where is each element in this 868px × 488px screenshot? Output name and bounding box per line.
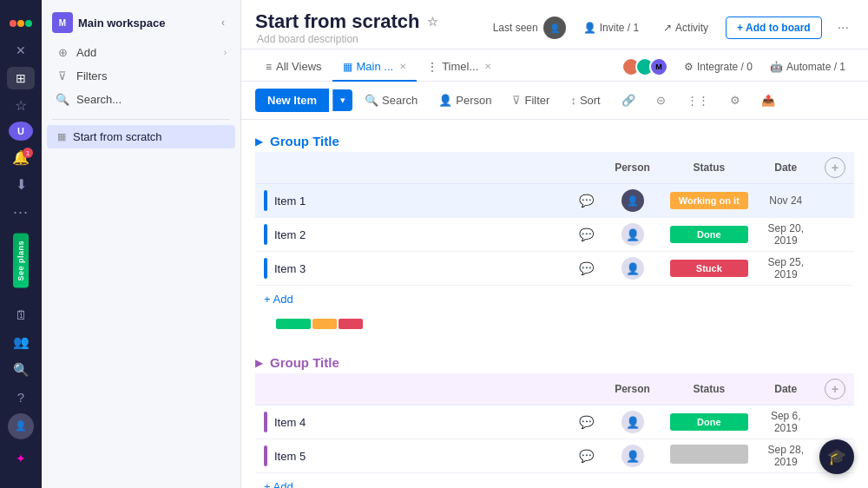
item-1-avatar[interactable]: 👤 (621, 189, 644, 212)
item-2-date-cell[interactable]: Sep 20, 2019 (756, 218, 816, 252)
item-2-status-badge[interactable]: Done (670, 226, 748, 243)
item-4-avatar[interactable]: 👤 (621, 411, 644, 433)
search-toolbar-button[interactable]: 🔍 Search (356, 89, 426, 111)
add-item-button-1[interactable]: + Add (264, 293, 293, 306)
item-2-status-cell[interactable]: Done (662, 218, 756, 252)
item-5-comment-icon[interactable]: 💬 (579, 449, 594, 463)
more-toolbar-button[interactable]: ⋮⋮ (678, 89, 718, 111)
col-add-header[interactable]: + (816, 152, 854, 184)
magic-icon[interactable]: ✦ (7, 445, 35, 472)
item-3-status-badge[interactable]: Stuck (670, 260, 748, 277)
search-nav-icon[interactable]: 🔍 (7, 359, 35, 381)
board-star-icon[interactable]: ☆ (427, 15, 438, 29)
logo-icon[interactable] (7, 9, 35, 31)
sidebar-item-start-from-scratch[interactable]: ▦ Start from scratch (47, 125, 235, 148)
tab-timeline[interactable]: ⋮ Timel... ✕ (417, 53, 502, 82)
settings-toolbar-icon: ⚙ (730, 94, 740, 107)
item-2-person-cell: 👤 (602, 218, 662, 252)
profile-avatar[interactable]: 👤 (8, 413, 34, 439)
item-4-status-cell[interactable]: Done (662, 406, 756, 439)
group-1: ▶ Group Title Person Status Date + (255, 134, 854, 334)
last-seen-avatar: 👤 (543, 16, 566, 39)
activity-chart-icon: ↗ (663, 22, 672, 34)
add-action[interactable]: ⊕ Add › (49, 42, 233, 63)
person-toolbar-label: Person (456, 94, 491, 107)
item-4-date-cell[interactable]: Sep 6, 2019 (756, 406, 816, 439)
item-1-status-cell[interactable]: Working on it (662, 184, 756, 218)
new-item-dropdown[interactable]: ▾ (332, 89, 352, 111)
close-sidebar-icon[interactable]: ✕ (7, 40, 35, 63)
filters-action[interactable]: ⊽ Filters (49, 65, 233, 87)
col-add-header-2[interactable]: + (816, 373, 854, 406)
item-2-comment-icon[interactable]: 💬 (579, 228, 594, 241)
new-item-button[interactable]: New Item (255, 89, 329, 112)
item-1-status-badge[interactable]: Working on it (670, 192, 748, 209)
item-5-status-badge[interactable] (670, 445, 748, 464)
automate-button[interactable]: 🤖 Automate / 1 (761, 56, 854, 78)
integrate-button[interactable]: ⚙ Integrate / 0 (675, 56, 761, 78)
item-3-extra (816, 252, 854, 286)
item-1-comment-icon[interactable]: 💬 (579, 194, 594, 208)
add-item-button-2[interactable]: + Add (264, 480, 293, 488)
export-toolbar-button[interactable]: 📤 (753, 89, 784, 111)
invite-button[interactable]: 👤 Invite / 1 (576, 18, 646, 37)
group-2-title[interactable]: Group Title (270, 355, 339, 370)
board-subtitle[interactable]: Add board description (257, 33, 483, 45)
search-action[interactable]: 🔍 Search... (49, 89, 233, 110)
filter-icon: ⊽ (56, 69, 69, 82)
sidebar-toggle-button[interactable]: ‹ (214, 14, 232, 31)
item-1-date-cell[interactable]: Nov 24 (756, 184, 816, 218)
item-3-comment-icon[interactable]: 💬 (579, 261, 594, 275)
invite-label: Invite / 1 (600, 22, 639, 34)
item-4-comment-icon[interactable]: 💬 (579, 415, 594, 429)
automate-icon: 🤖 (770, 61, 783, 73)
group-1-expand-icon[interactable]: ▶ (255, 135, 263, 148)
floating-help-button[interactable]: 🎓 (819, 439, 854, 474)
group-1-header: ▶ Group Title (255, 134, 854, 148)
more-nav-icon[interactable]: ··· (7, 201, 35, 223)
tab-main[interactable]: ▦ Main ... ✕ (332, 53, 418, 82)
col-status-header-2: Status (662, 373, 756, 406)
download-icon[interactable]: ⬇ (7, 174, 35, 196)
activity-button[interactable]: ↗ Activity (656, 18, 715, 37)
filters-label: Filters (76, 69, 107, 82)
group-2-header: ▶ Group Title (255, 355, 854, 370)
help-icon[interactable]: ? (7, 386, 35, 408)
item-3-person-cell: 👤 (602, 252, 662, 286)
item-3-avatar[interactable]: 👤 (621, 257, 644, 280)
sort-toolbar-button[interactable]: ↕ Sort (562, 89, 608, 111)
item-5-status-cell[interactable] (662, 439, 756, 473)
see-plans-button[interactable]: See plans (13, 234, 29, 288)
item-4-status-badge[interactable]: Done (670, 413, 748, 431)
user-avatar[interactable]: U (9, 122, 33, 141)
item-2-avatar[interactable]: 👤 (621, 223, 644, 246)
item-3-date-cell[interactable]: Sep 25, 2019 (756, 252, 816, 286)
col-item-header (255, 152, 602, 184)
item-5-date-cell[interactable]: Sep 28, 2019 (756, 439, 816, 473)
add-column-button-1[interactable]: + (825, 157, 845, 178)
tab-all-views[interactable]: ≡ All Views (255, 53, 332, 82)
hide-toolbar-button[interactable]: ⊝ (648, 89, 674, 111)
sort-toolbar-icon: ↕ (570, 94, 576, 107)
home-icon[interactable]: ⊞ (7, 67, 35, 89)
people-icon[interactable]: 👥 (7, 331, 35, 353)
board-label: Start from scratch (73, 130, 162, 143)
item-4-extra (816, 406, 854, 439)
board-more-button[interactable]: ··· (832, 16, 854, 39)
tab-main-close-icon[interactable]: ✕ (399, 62, 406, 71)
settings-toolbar-button[interactable]: ⚙ (721, 89, 749, 111)
item-3-status-cell[interactable]: Stuck (662, 252, 756, 286)
item-4-name: Item 4 (274, 416, 572, 429)
add-to-board-button[interactable]: + Add to board (726, 16, 822, 39)
bell-icon[interactable]: 🔔 1 (7, 146, 35, 168)
star-icon[interactable]: ☆ (7, 95, 35, 117)
person-toolbar-button[interactable]: 👤 Person (430, 89, 500, 111)
item-5-avatar[interactable]: 👤 (621, 445, 644, 467)
calendar-icon[interactable]: 🗓 (7, 304, 35, 326)
tab-timeline-close-icon[interactable]: ✕ (484, 62, 491, 71)
group-1-title[interactable]: Group Title (270, 134, 339, 148)
link-toolbar-button[interactable]: 🔗 (613, 89, 644, 111)
filter-toolbar-button[interactable]: ⊽ Filter (503, 89, 558, 111)
add-column-button-2[interactable]: + (825, 379, 845, 399)
group-2-expand-icon[interactable]: ▶ (255, 357, 263, 369)
